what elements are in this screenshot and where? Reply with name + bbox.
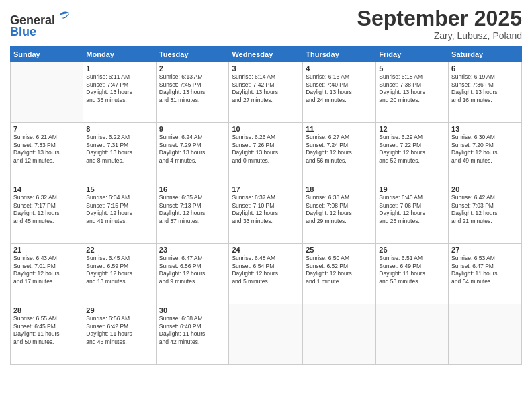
day-number: 18: [306, 185, 373, 193]
day-info: Sunrise: 6:38 AMSunset: 7:08 PMDaylight:…: [306, 194, 373, 225]
day-info: Sunrise: 6:37 AMSunset: 7:10 PMDaylight:…: [232, 194, 300, 225]
col-monday: Monday: [83, 47, 156, 62]
calendar-cell: 12Sunrise: 6:29 AMSunset: 7:22 PMDayligh…: [376, 123, 449, 183]
calendar-week-row: 28Sunrise: 6:55 AMSunset: 6:45 PMDayligh…: [11, 304, 522, 365]
day-number: 25: [306, 246, 373, 254]
day-info: Sunrise: 6:24 AMSunset: 7:29 PMDaylight:…: [159, 134, 226, 165]
day-number: 22: [86, 246, 152, 254]
col-friday: Friday: [376, 47, 449, 62]
day-number: 28: [13, 306, 80, 314]
day-number: 9: [159, 125, 226, 133]
day-info: Sunrise: 6:16 AMSunset: 7:40 PMDaylight:…: [306, 73, 373, 104]
day-info: Sunrise: 6:48 AMSunset: 6:54 PMDaylight:…: [232, 255, 300, 285]
calendar-cell: 27Sunrise: 6:53 AMSunset: 6:47 PMDayligh…: [449, 244, 522, 304]
calendar-cell: 24Sunrise: 6:48 AMSunset: 6:54 PMDayligh…: [229, 244, 303, 304]
day-number: 23: [159, 246, 226, 254]
day-info: Sunrise: 6:32 AMSunset: 7:17 PMDaylight:…: [13, 194, 80, 225]
calendar-cell: 26Sunrise: 6:51 AMSunset: 6:49 PMDayligh…: [376, 244, 449, 304]
calendar-cell: 5Sunrise: 6:18 AMSunset: 7:38 PMDaylight…: [376, 62, 449, 123]
calendar-cell: 28Sunrise: 6:55 AMSunset: 6:45 PMDayligh…: [11, 304, 83, 365]
day-number: 2: [159, 64, 226, 73]
day-info: Sunrise: 6:51 AMSunset: 6:49 PMDaylight:…: [379, 255, 445, 285]
calendar-cell: 6Sunrise: 6:19 AMSunset: 7:36 PMDaylight…: [449, 62, 522, 123]
day-number: 16: [159, 185, 226, 193]
calendar-week-row: 21Sunrise: 6:43 AMSunset: 7:01 PMDayligh…: [11, 244, 522, 304]
day-number: 10: [232, 125, 300, 133]
calendar-week-row: 14Sunrise: 6:32 AMSunset: 7:17 PMDayligh…: [11, 183, 522, 244]
day-number: 4: [306, 64, 373, 73]
day-info: Sunrise: 6:34 AMSunset: 7:15 PMDaylight:…: [86, 194, 152, 225]
calendar-week-row: 7Sunrise: 6:21 AMSunset: 7:33 PMDaylight…: [11, 123, 522, 183]
day-number: 11: [306, 125, 373, 133]
calendar-cell: 2Sunrise: 6:13 AMSunset: 7:45 PMDaylight…: [156, 62, 229, 123]
day-number: 27: [451, 246, 519, 254]
day-info: Sunrise: 6:58 AMSunset: 6:40 PMDaylight:…: [159, 315, 226, 346]
calendar-cell: 18Sunrise: 6:38 AMSunset: 7:08 PMDayligh…: [303, 183, 376, 244]
day-info: Sunrise: 6:53 AMSunset: 6:47 PMDaylight:…: [451, 255, 519, 285]
day-info: Sunrise: 6:14 AMSunset: 7:42 PMDaylight:…: [232, 73, 300, 104]
logo-text: General Blue: [10, 9, 71, 39]
day-info: Sunrise: 6:29 AMSunset: 7:22 PMDaylight:…: [379, 134, 445, 165]
day-number: 7: [13, 125, 80, 133]
calendar-cell: 29Sunrise: 6:56 AMSunset: 6:42 PMDayligh…: [83, 304, 156, 365]
calendar-cell: 20Sunrise: 6:42 AMSunset: 7:03 PMDayligh…: [449, 183, 522, 244]
day-info: Sunrise: 6:30 AMSunset: 7:20 PMDaylight:…: [451, 134, 519, 165]
day-info: Sunrise: 6:35 AMSunset: 7:13 PMDaylight:…: [159, 194, 226, 225]
day-number: 5: [379, 64, 445, 73]
day-number: 20: [451, 185, 519, 193]
calendar-cell: 3Sunrise: 6:14 AMSunset: 7:42 PMDaylight…: [229, 62, 303, 123]
calendar-cell: 4Sunrise: 6:16 AMSunset: 7:40 PMDaylight…: [303, 62, 376, 123]
day-info: Sunrise: 6:47 AMSunset: 6:56 PMDaylight:…: [159, 255, 226, 285]
day-info: Sunrise: 6:13 AMSunset: 7:45 PMDaylight:…: [159, 73, 226, 104]
day-info: Sunrise: 6:22 AMSunset: 7:31 PMDaylight:…: [86, 134, 152, 165]
day-number: 6: [451, 64, 519, 73]
calendar-cell: [376, 304, 449, 365]
col-sunday: Sunday: [11, 47, 83, 62]
day-info: Sunrise: 6:43 AMSunset: 7:01 PMDaylight:…: [13, 255, 80, 285]
day-number: 24: [232, 246, 300, 254]
day-number: 14: [13, 185, 80, 193]
day-info: Sunrise: 6:18 AMSunset: 7:38 PMDaylight:…: [379, 73, 445, 104]
calendar-cell: 21Sunrise: 6:43 AMSunset: 7:01 PMDayligh…: [11, 244, 83, 304]
calendar-cell: 30Sunrise: 6:58 AMSunset: 6:40 PMDayligh…: [156, 304, 229, 365]
day-number: 3: [232, 64, 300, 73]
day-number: 1: [86, 64, 152, 73]
col-thursday: Thursday: [303, 47, 376, 62]
location-subtitle: Zary, Lubusz, Poland: [357, 30, 522, 41]
calendar-cell: 11Sunrise: 6:27 AMSunset: 7:24 PMDayligh…: [303, 123, 376, 183]
calendar-week-row: 1Sunrise: 6:11 AMSunset: 7:47 PMDaylight…: [11, 62, 522, 123]
day-number: 8: [86, 125, 152, 133]
calendar-cell: 25Sunrise: 6:50 AMSunset: 6:52 PMDayligh…: [303, 244, 376, 304]
calendar-cell: 23Sunrise: 6:47 AMSunset: 6:56 PMDayligh…: [156, 244, 229, 304]
calendar-cell: 22Sunrise: 6:45 AMSunset: 6:59 PMDayligh…: [83, 244, 156, 304]
day-number: 17: [232, 185, 300, 193]
day-info: Sunrise: 6:50 AMSunset: 6:52 PMDaylight:…: [306, 255, 373, 285]
day-info: Sunrise: 6:21 AMSunset: 7:33 PMDaylight:…: [13, 134, 80, 165]
day-info: Sunrise: 6:55 AMSunset: 6:45 PMDaylight:…: [13, 315, 80, 346]
title-block: September 2025 Zary, Lubusz, Poland: [357, 7, 522, 41]
calendar-cell: 8Sunrise: 6:22 AMSunset: 7:31 PMDaylight…: [83, 123, 156, 183]
calendar-header-row: Sunday Monday Tuesday Wednesday Thursday…: [11, 47, 522, 62]
calendar-cell: [303, 304, 376, 365]
day-number: 15: [86, 185, 152, 193]
calendar-table: Sunday Monday Tuesday Wednesday Thursday…: [10, 46, 522, 365]
calendar-cell: 13Sunrise: 6:30 AMSunset: 7:20 PMDayligh…: [449, 123, 522, 183]
day-number: 29: [86, 306, 152, 314]
day-info: Sunrise: 6:26 AMSunset: 7:26 PMDaylight:…: [232, 134, 300, 165]
day-number: 26: [379, 246, 445, 254]
calendar-cell: 19Sunrise: 6:40 AMSunset: 7:06 PMDayligh…: [376, 183, 449, 244]
calendar-cell: 9Sunrise: 6:24 AMSunset: 7:29 PMDaylight…: [156, 123, 229, 183]
col-saturday: Saturday: [449, 47, 522, 62]
calendar-cell: [11, 62, 83, 123]
day-number: 19: [379, 185, 445, 193]
day-number: 13: [451, 125, 519, 133]
day-info: Sunrise: 6:56 AMSunset: 6:42 PMDaylight:…: [86, 315, 152, 346]
logo-bird-icon: [56, 9, 71, 24]
day-number: 30: [159, 306, 226, 314]
day-info: Sunrise: 6:27 AMSunset: 7:24 PMDaylight:…: [306, 134, 373, 165]
calendar-cell: 15Sunrise: 6:34 AMSunset: 7:15 PMDayligh…: [83, 183, 156, 244]
day-info: Sunrise: 6:19 AMSunset: 7:36 PMDaylight:…: [451, 73, 519, 104]
col-tuesday: Tuesday: [156, 47, 229, 62]
calendar-cell: 17Sunrise: 6:37 AMSunset: 7:10 PMDayligh…: [229, 183, 303, 244]
calendar-cell: 16Sunrise: 6:35 AMSunset: 7:13 PMDayligh…: [156, 183, 229, 244]
